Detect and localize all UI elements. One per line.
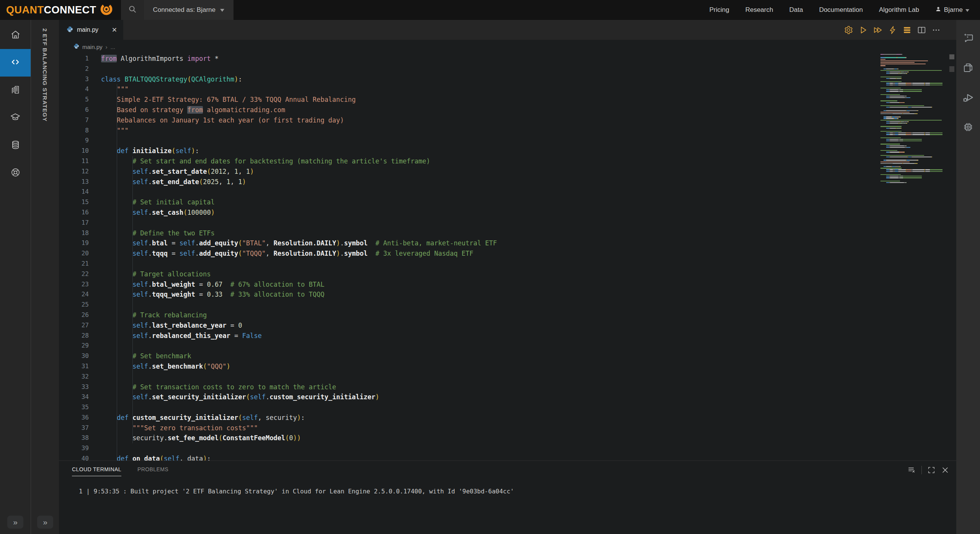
debug-run-icon[interactable] [962,91,975,105]
organization-icon [10,85,21,96]
code-line[interactable]: 16 self.set_cash(100000) [59,207,956,218]
minimap-token [890,176,898,176]
code-line[interactable]: 25 [59,300,956,310]
code-line[interactable]: 10 def initialize(self): [59,146,956,156]
user-menu[interactable]: Bjarne [935,6,969,14]
clone-project-icon[interactable] [962,62,974,75]
code-line[interactable]: 37 """Set zero transaction costs""" [59,423,956,433]
rail-item-learning[interactable] [0,104,31,132]
code-line[interactable]: 30 # Set benchmark [59,351,956,361]
tab-close-icon[interactable]: ✕ [112,27,117,33]
python-file-icon [67,26,73,34]
search-button[interactable] [121,0,144,20]
ai-assistant-icon[interactable] [962,31,975,46]
project-name-vertical: 2 ETF BALANCING STRATEGY [42,28,48,122]
clear-terminal-icon[interactable] [907,465,916,474]
tab-main-py[interactable]: main.py ✕ [59,20,123,40]
close-terminal-icon[interactable] [941,466,949,474]
code-line[interactable]: 20 self.tqqq = self.add_equity("TQQQ", R… [59,248,956,259]
code-token: last_rebalance_year [152,322,226,329]
code-line[interactable]: 18 # Define the two ETFs [59,228,956,238]
code-line[interactable]: 32 [59,372,956,382]
rail-item-home[interactable] [0,21,31,49]
code-token: ( [238,250,242,257]
code-line[interactable]: 12 self.set_start_date(2012, 1, 1) [59,167,956,177]
code-line[interactable]: 21 [59,259,956,269]
connected-as-dropdown[interactable]: Connected as: Bjarne [144,0,234,20]
code-token: ) [227,363,230,370]
code-line[interactable]: 8 """ [59,126,956,136]
scrollbar-thumb[interactable] [949,54,954,59]
rail-item-support[interactable] [0,159,31,187]
minimap-token [880,54,884,55]
code-line[interactable]: 22 # Target allocations [59,269,956,279]
nav-link-research[interactable]: Research [745,6,773,14]
code-line[interactable]: 36 def custom_security_initializer(self,… [59,413,956,423]
editor-scrollbar[interactable] [949,54,955,461]
line-number: 37 [59,423,93,433]
nav-link-data[interactable]: Data [789,6,803,14]
quantconnect-logo[interactable]: QUANTCONNECT [0,2,113,18]
code-line[interactable]: 3class BTALTQQQStrategy(QCAlgorithm): [59,74,956,85]
minimap-token [926,171,930,172]
minimap[interactable] [880,54,942,184]
code-line[interactable]: 34 self.set_security_initializer(self.cu… [59,392,956,402]
nav-link-pricing[interactable]: Pricing [709,6,729,14]
minimap-token [880,128,886,129]
rail-item-data[interactable] [0,132,31,159]
nav-link-algorithm-lab[interactable]: Algorithm Lab [879,6,919,14]
code-line[interactable]: 39 [59,443,956,454]
split-editor-icon[interactable] [917,25,926,35]
hardware-icon[interactable] [962,121,974,134]
nav-link-documentation[interactable]: Documentation [819,6,863,14]
logs-icon[interactable] [902,25,912,35]
code-token: # Set benchmark [101,352,191,360]
code-line[interactable]: 33 # Set transaction costs to zero to ma… [59,382,956,392]
code-line[interactable]: 11 # Set start and end dates for backtes… [59,156,956,167]
code-line[interactable]: 31 self.set_benchmark("QQQ") [59,361,956,372]
code-line[interactable]: 7 Rebalances on January 1st each year (o… [59,115,956,126]
fast-run-icon[interactable] [873,25,883,35]
code-line[interactable]: 9 [59,136,956,146]
minimap-token [906,73,907,74]
expand-terminal-icon[interactable] [927,466,936,474]
expand-rail-button[interactable]: » [7,516,23,529]
code-line[interactable]: 2 [59,64,956,74]
more-actions-icon[interactable] [931,25,941,35]
settings-icon[interactable] [844,25,853,35]
code-line[interactable]: 28 self.rebalanced_this_year = False [59,331,956,341]
code-editor[interactable]: 1from AlgorithmImports import *23class B… [59,54,956,461]
code-line[interactable]: 26 # Track rebalancing [59,310,956,320]
code-line[interactable]: 27 self.last_rebalance_year = 0 [59,320,956,331]
code-line[interactable]: 38 security.set_fee_model(ConstantFeeMod… [59,433,956,443]
tab-cloud-terminal[interactable]: CLOUD TERMINAL [72,466,121,476]
rail-item-organization[interactable] [0,77,31,104]
code-line[interactable]: 13 self.set_end_date(2025, 1, 1) [59,177,956,187]
tab-problems[interactable]: PROBLEMS [137,466,168,476]
code-line[interactable]: 6 Based on strategy from algomatictradin… [59,105,956,115]
expand-project-panel-button[interactable]: » [37,516,53,529]
minimap-token [930,169,942,170]
code-line[interactable]: 40 def on_data(self, data): [59,454,956,461]
run-backtest-icon[interactable] [858,25,868,35]
code-line[interactable]: 23 self.btal_weight = 0.67 # 67% allocat… [59,279,956,290]
top-navbar: QUANTCONNECT Connected as: Bjarne Pricin… [0,0,980,20]
breadcrumb-more[interactable]: ... [111,44,116,50]
code-line[interactable]: 17 [59,218,956,228]
code-line[interactable]: 4 """ [59,84,956,95]
code-line[interactable]: 29 [59,341,956,351]
code-line[interactable]: 35 [59,402,956,413]
code-line[interactable]: 19 self.btal = self.add_equity("BTAL", R… [59,238,956,248]
minimap-token [886,78,889,79]
live-trade-icon[interactable] [888,25,897,35]
code-line[interactable]: 5 Simple 2-ETF Strategy: 67% BTAL / 33% … [59,95,956,105]
code-line[interactable]: 15 # Set initial capital [59,197,956,207]
minimap-token [880,89,886,90]
rail-item-code-editor[interactable] [0,49,31,77]
breadcrumb-file[interactable]: main.py [82,44,103,50]
code-line[interactable]: 1from AlgorithmImports import * [59,54,956,64]
code-line[interactable]: 14 [59,187,956,197]
code-line[interactable]: 24 self.tqqq_weight = 0.33 # 33% allocat… [59,289,956,300]
minimap-token [886,107,889,108]
minimap-token [930,132,942,133]
